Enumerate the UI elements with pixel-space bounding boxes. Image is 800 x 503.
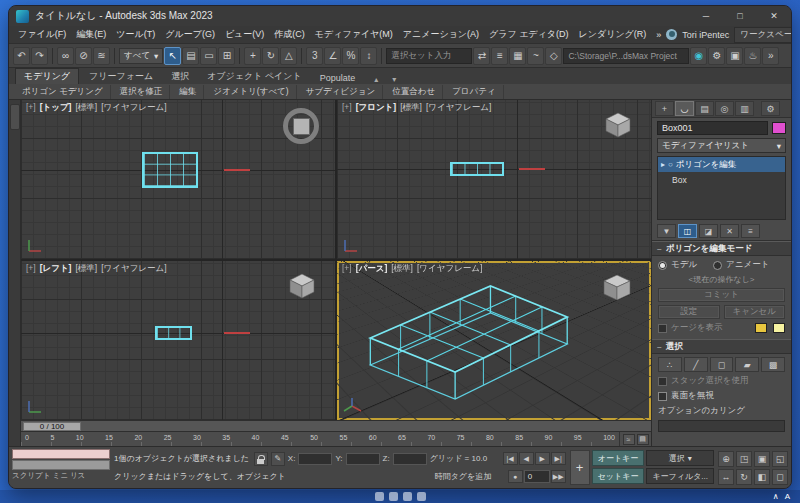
ribbon-tab-modeling[interactable]: モデリング (15, 68, 79, 84)
select-and-scale-icon[interactable]: △ (280, 47, 297, 65)
ribbon-group-edit[interactable]: 編集 (172, 85, 204, 99)
current-frame-field[interactable]: 0 (524, 470, 550, 483)
modifier-stack[interactable]: ▸ ○ ポリゴンを編集 Box (657, 156, 786, 220)
configure-modifier-sets-icon[interactable]: ≡ (741, 224, 760, 238)
zoom-region-icon[interactable]: ◱ (772, 451, 788, 467)
viewport-shading-label[interactable]: [標準] (75, 102, 97, 114)
viewport-style-label[interactable]: [ワイヤフレーム] (417, 263, 482, 275)
viewport-name-label[interactable]: [レフト] (40, 263, 72, 275)
selected-box-wireframe-front[interactable] (450, 162, 504, 176)
zoom-extents-icon[interactable]: ▣ (754, 451, 770, 467)
selection-filter-dropdown[interactable]: すべて ▾ (119, 48, 163, 64)
motion-tab-icon[interactable]: ◎ (715, 101, 734, 116)
show-end-result-icon[interactable]: ◫ (678, 224, 697, 238)
auto-key-button[interactable]: オートキー (592, 450, 645, 466)
viewport-style-label[interactable]: [ワイヤフレーム] (101, 102, 166, 114)
ribbon-tab-selection[interactable]: 選択 (163, 69, 197, 84)
select-object-icon[interactable]: ↖ (164, 47, 181, 65)
redo-icon[interactable]: ↷ (31, 47, 48, 65)
bind-to-spacewarp-icon[interactable]: ≋ (93, 47, 110, 65)
absolute-relative-toggle-icon[interactable]: ✎ (271, 452, 285, 466)
rendered-frame-window-icon[interactable]: ▣ (726, 47, 743, 65)
menu-edit[interactable]: 編集(E) (71, 26, 111, 43)
schematic-view-icon[interactable]: ◇ (545, 47, 562, 65)
rollout-header[interactable]: − 選択 (652, 340, 791, 354)
render-setup-icon[interactable]: ⚙ (708, 47, 725, 65)
maximize-viewport-toggle-icon[interactable]: ◻ (772, 469, 788, 485)
zoom-all-icon[interactable]: ◳ (736, 451, 752, 467)
ribbon-group-properties[interactable]: プロパティ (445, 85, 504, 99)
track-bar-filter-button[interactable]: ▤ (637, 434, 649, 445)
settings-button[interactable]: 設定 (658, 305, 720, 319)
key-mode-toggle-icon[interactable]: ● (508, 470, 523, 483)
hierarchy-tab-icon[interactable]: ▤ (695, 101, 714, 116)
viewport-style-label[interactable]: [ワイヤフレーム] (426, 102, 491, 114)
next-frame-button[interactable]: ▶| (551, 452, 566, 465)
undo-icon[interactable]: ↶ (13, 47, 30, 65)
spinner-snap-icon[interactable]: ↕ (360, 47, 377, 65)
menu-views[interactable]: ビュー(V) (220, 26, 269, 43)
utilities-tab-icon[interactable]: ⚙ (761, 101, 780, 116)
menu-overflow-chevron[interactable]: » (651, 28, 666, 42)
taskbar-app-icon[interactable] (403, 492, 412, 501)
select-region-icon[interactable]: ▭ (200, 47, 217, 65)
zoom-icon[interactable]: ⊕ (718, 451, 734, 467)
selected-keyset-dropdown[interactable]: 選択 ▾ (646, 450, 714, 466)
field-of-view-icon[interactable]: ◧ (754, 469, 770, 485)
percent-snap-icon[interactable]: % (342, 47, 359, 65)
minimize-button[interactable]: ─ (689, 6, 723, 26)
viewport-name-label[interactable]: [パース] (356, 263, 388, 275)
tray-chevron-icon[interactable]: ∧ (773, 492, 779, 501)
maxscript-macro-recorder-field[interactable] (12, 449, 110, 459)
menu-modifiers[interactable]: モディファイヤ(M) (310, 26, 398, 43)
taskbar-app-icon[interactable] (417, 492, 426, 501)
menu-rendering[interactable]: レンダリング(R) (574, 26, 652, 43)
viewport-front[interactable]: [+] [フロント] [標準] [ワイヤフレーム] (337, 100, 651, 259)
selection-lock-icon[interactable] (254, 452, 268, 466)
polygon-subobject-icon[interactable]: ▰ (735, 357, 759, 372)
named-selection-set-field[interactable]: 選択セット入力 (386, 48, 472, 64)
culling-field[interactable] (658, 420, 785, 432)
taskbar-app-icon[interactable] (375, 492, 384, 501)
viewport-layout-tab[interactable] (10, 104, 20, 130)
cage-selected-color-swatch[interactable] (773, 323, 785, 333)
modify-tab-icon[interactable]: ◡ (675, 101, 694, 116)
selected-box-wireframe-left[interactable] (155, 326, 192, 340)
use-stack-selection-checkbox[interactable] (658, 377, 667, 386)
curve-editor-icon[interactable]: ~ (527, 47, 544, 65)
previous-frame-button[interactable]: ◀ (519, 452, 534, 465)
open-mini-curve-editor-button[interactable]: ≈ (623, 434, 635, 445)
maxscript-listener-field[interactable] (12, 460, 110, 470)
ime-indicator[interactable]: A (785, 492, 790, 501)
viewport-menu-plus[interactable]: [+] (342, 263, 352, 275)
select-and-link-icon[interactable]: ∞ (57, 47, 74, 65)
select-and-rotate-icon[interactable]: ↻ (262, 47, 279, 65)
viewcube-icon[interactable] (601, 271, 633, 303)
ribbon-group-subdivision[interactable]: サブディビジョン (299, 85, 384, 99)
add-time-tag-button[interactable]: 時間タグを追加 (435, 471, 505, 482)
viewcube-compass-icon[interactable] (283, 108, 319, 144)
animate-radio[interactable] (713, 261, 722, 270)
viewport-style-label[interactable]: [ワイヤフレーム] (101, 263, 166, 275)
viewport-left[interactable]: [+] [レフト] [標準] [ワイヤフレーム] (21, 261, 335, 420)
pin-stack-icon[interactable]: ▼ (657, 224, 676, 238)
pan-icon[interactable]: ↔ (718, 469, 734, 485)
object-color-swatch[interactable] (772, 122, 786, 134)
signed-in-user[interactable]: Tori iPentec (682, 30, 729, 40)
viewport-menu-plus[interactable]: [+] (26, 102, 36, 114)
modifier-list-dropdown[interactable]: モディファイヤリスト ▾ (657, 138, 786, 153)
menu-create[interactable]: 作成(C) (269, 26, 310, 43)
show-cage-checkbox[interactable] (658, 324, 667, 333)
track-bar-ruler[interactable]: 0 5 10 15 20 25 30 35 40 45 50 55 60 65 … (21, 432, 619, 446)
window-crossing-icon[interactable]: ⊞ (218, 47, 235, 65)
mirror-icon[interactable]: ⇄ (473, 47, 490, 65)
object-name-field[interactable]: Box001 (657, 121, 768, 135)
ribbon-group-align[interactable]: 位置合わせ (385, 85, 443, 99)
menu-tools[interactable]: ツール(T) (111, 26, 160, 43)
play-button[interactable]: ▶ (535, 452, 550, 465)
user-avatar-icon[interactable] (666, 29, 677, 40)
close-button[interactable]: ✕ (757, 6, 791, 26)
align-icon[interactable]: ≡ (491, 47, 508, 65)
viewport-menu-plus[interactable]: [+] (26, 263, 36, 275)
model-radio[interactable] (658, 261, 667, 270)
